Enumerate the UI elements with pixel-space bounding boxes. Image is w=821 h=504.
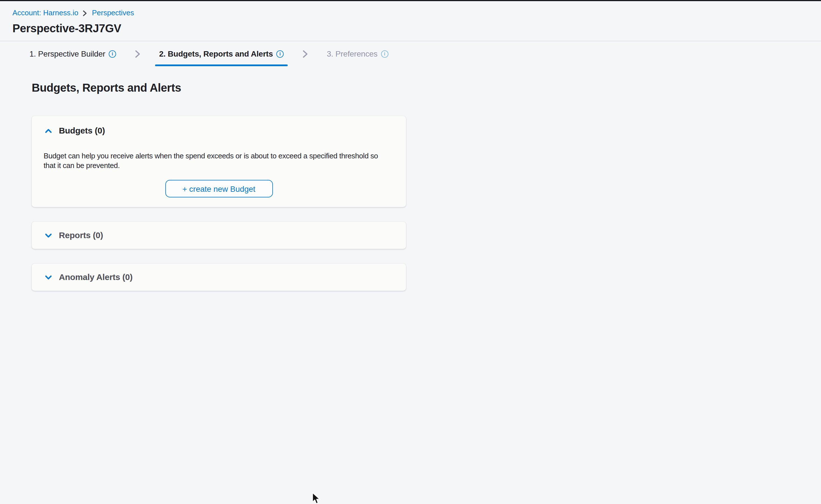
tab-budgets-reports-alerts-label: 2. Budgets, Reports and Alerts (159, 49, 273, 58)
section-heading: Budgets, Reports and Alerts (32, 81, 821, 94)
stepper-chevron-icon (135, 49, 140, 58)
tab-preferences-label: 3. Preferences (327, 49, 377, 58)
info-icon[interactable] (276, 50, 284, 57)
tab-perspective-builder[interactable]: 1. Perspective Builder (25, 41, 120, 66)
app-window: Account: Harness.io Perspectives Perspec… (0, 0, 821, 504)
chevron-down-icon (45, 275, 52, 280)
reports-accordion-toggle[interactable]: Reports (0) (32, 230, 406, 241)
breadcrumb-account-link[interactable]: Account: Harness.io (12, 8, 78, 18)
create-new-budget-button[interactable]: + create new Budget (165, 180, 273, 197)
chevron-down-icon (45, 233, 52, 238)
breadcrumb-chevron-icon (83, 10, 87, 16)
budgets-accordion-toggle[interactable]: Budgets (0) (32, 125, 406, 136)
tab-preferences[interactable]: 3. Preferences (323, 41, 392, 66)
info-icon[interactable] (381, 50, 388, 57)
info-icon[interactable] (109, 50, 116, 57)
budgets-description: Budget can help you receive alerts when … (44, 151, 406, 170)
reports-panel-title: Reports (0) (59, 230, 103, 241)
page-title: Perspective-3RJ7GV (12, 21, 821, 35)
stepper-chevron-icon (302, 49, 308, 58)
budgets-panel-title: Budgets (0) (59, 125, 105, 136)
budgets-panel: Budgets (0) Budget can help you receive … (32, 116, 406, 207)
anomaly-alerts-panel-title: Anomaly Alerts (0) (59, 272, 132, 283)
wizard-stepper: 1. Perspective Builder 2. Budgets, Repor… (0, 41, 821, 66)
anomaly-alerts-accordion-toggle[interactable]: Anomaly Alerts (0) (32, 272, 406, 283)
main-content: Budgets, Reports and Alerts Budgets (0) … (0, 81, 821, 291)
window-top-edge (0, 0, 821, 1)
page-header: Account: Harness.io Perspectives Perspec… (0, 0, 821, 41)
tab-perspective-builder-label: 1. Perspective Builder (29, 49, 105, 58)
breadcrumb-perspectives-link[interactable]: Perspectives (92, 8, 134, 18)
reports-panel: Reports (0) (32, 222, 406, 249)
mouse-cursor-icon (312, 492, 321, 504)
chevron-up-icon (45, 128, 52, 133)
tab-budgets-reports-alerts[interactable]: 2. Budgets, Reports and Alerts (155, 41, 288, 66)
anomaly-alerts-panel: Anomaly Alerts (0) (32, 264, 406, 291)
breadcrumb: Account: Harness.io Perspectives (12, 8, 821, 18)
